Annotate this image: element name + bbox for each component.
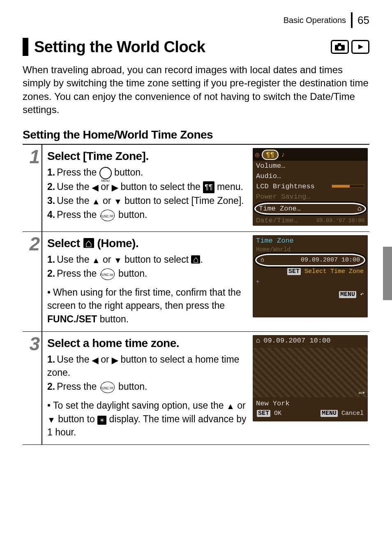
home-icon-small: ⌂ [261,257,264,264]
step-number: 1 [23,145,42,231]
step-1-line-1: 1.Press the button. [47,166,249,179]
intro-paragraph: When traveling abroad, you can record im… [23,63,369,117]
arrow-down-icon: ▼ [114,255,122,266]
step-3-line-2: 2.Press the FUNC.SET button. [47,380,249,393]
camera-mode-icon [331,40,349,54]
header-separator [351,12,353,28]
lcd-city: New York [253,399,368,408]
playback-mode-icon [351,40,369,54]
lcd-menu-volume: Volume… [253,161,368,171]
svg-rect-1 [338,43,341,45]
step-3-line-1: 1.Use the ◀ or ▶ button to select a home… [47,353,249,379]
lcd-menu-datetime: Date/Time…09.09.'07 10:00 [253,215,368,226]
step-number: 3 [23,332,42,444]
lcd-set-prompt: SET Select Time Zone [253,267,368,277]
arrow-left-icon: ◀ [92,182,98,193]
lcd-menu-back: MENU ↶ [253,286,368,301]
arrow-left-icon: ◀ [92,354,98,366]
step-number: 2 [23,232,42,331]
func-set-button-icon: FUNC.SET [101,268,115,280]
page-number: 65 [357,14,369,27]
mode-icons [331,40,369,54]
home-icon: ⌂ [191,255,200,264]
side-thumb-tab [383,247,392,300]
step-3-screenshot: ⌂ 09.09.2007 10:00 ⇔☀ New York SET OK ME… [253,335,368,439]
home-icon-small: ⌂ [357,205,362,213]
lcd-home-row-highlighted: ⌂ 09.09.2007 10:00 [255,254,365,266]
step-1-line-2: 2.Use the ◀ or ▶ button to select the ¶¶… [47,180,249,194]
brightness-slider-icon [332,185,364,188]
arrow-up-icon: ▲ [92,255,100,266]
svg-marker-3 [358,44,363,49]
svg-point-2 [338,46,341,49]
lcd-menu-power: Power Saving… [253,192,368,202]
lcd-map-header: ⌂ 09.09.2007 10:00 [253,335,368,346]
tools-menu-icon: ¶¶ [203,181,214,193]
page-title: Setting the World Clock [34,38,205,56]
step-1-line-3: 3.Use the ▲ or ▼ button to select [Time … [47,194,249,207]
arrow-down-icon: ▼ [114,196,122,207]
page-header: Basic Operations 65 [23,12,369,28]
step-2-note: •When using for the first time, confirm … [47,286,249,326]
arrow-right-icon: ▶ [112,182,118,193]
lcd-ok-cancel-row: SET OK MENU Cancel [253,408,368,420]
lcd-menu-audio: Audio… [253,171,368,181]
step-1: 1 Select [Time Zone]. 1.Press the button… [23,145,369,232]
arrow-right-icon: ▶ [112,354,118,366]
lcd-world-map: ⇔☀ [253,348,368,397]
dst-indicator: ⇔☀ [358,389,365,396]
step-3-note: •To set the daylight saving option, use … [47,399,249,439]
section-title: Basic Operations [284,16,346,25]
arrow-up-icon: ▲ [226,400,235,412]
home-icon-small: ⌂ [256,337,260,345]
func-set-button-icon: FUNC.SET [101,382,115,393]
step-2-screenshot: Time Zone Home/World ⌂ 09.09.2007 10:00 … [253,235,368,326]
step-2: 2 Select ⌂ (Home). 1.Use the ▲ or ▼ butt… [23,232,369,332]
lcd-tabs: Home/World [253,246,368,253]
lcd-menu-timezone-highlighted: Time Zone… ⌂ [254,203,366,215]
menu-button-icon [99,167,112,179]
step-2-line-2: 2.Press the FUNC.SET button. [47,267,249,280]
dst-sun-icon: ☀ [97,416,106,425]
tools-tab-selected: ¶¶ [262,150,278,160]
func-set-button-icon: FUNC.SET [101,210,115,221]
step-2-line-1: 1.Use the ▲ or ▼ button to select ⌂. [47,253,249,266]
step-1-screenshot: ◎ ¶¶ ♪ Volume… Audio… LCD Brightness Pow… [253,148,368,226]
heading-accent-bar [23,38,28,56]
lcd-tab-row: ◎ ¶¶ ♪ [253,148,368,161]
step-3: 3 Select a home time zone. 1.Use the ◀ o… [23,332,369,445]
arrow-down-icon: ▼ [47,414,55,426]
step-1-line-4: 4.Press the FUNC.SET button. [47,208,249,221]
home-icon: ⌂ [83,238,94,248]
lcd-title: Time Zone [253,235,368,246]
subheading: Setting the Home/World Time Zones [23,128,369,141]
lcd-menu-brightness: LCD Brightness [253,181,368,192]
step-title: Select ⌂ (Home). [47,235,249,251]
step-title: Select a home time zone. [47,335,249,351]
lcd-world-row: ✈ [253,277,368,286]
arrow-up-icon: ▲ [92,196,100,207]
step-title: Select [Time Zone]. [47,148,249,164]
